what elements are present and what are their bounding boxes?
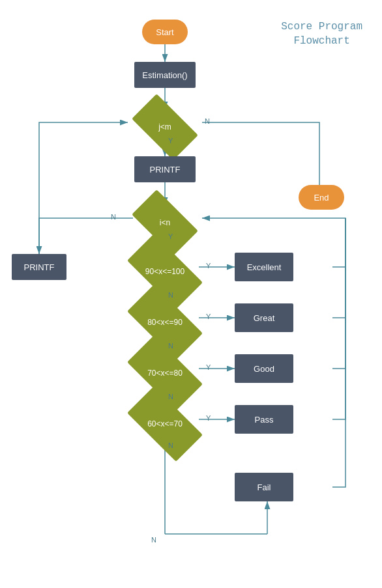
label-y-60: Y: [206, 414, 211, 422]
excellent-shape: Excellent: [235, 253, 293, 281]
label-n-bottom: N: [151, 536, 156, 544]
printf2-label: PRINTF: [24, 262, 55, 272]
diamond-70: 70<x<=80: [130, 354, 199, 392]
diamond-80: 80<x<=90: [130, 303, 199, 341]
diamond-60: 60<x<=70: [130, 405, 199, 443]
printf1-label: PRINTF: [150, 165, 181, 175]
label-n-jm: N: [205, 117, 210, 125]
good-shape: Good: [235, 354, 293, 383]
label-y-80: Y: [206, 313, 211, 320]
flowchart-container: Score Program Flowchart: [0, 0, 382, 588]
label-n-60: N: [168, 441, 173, 449]
end-label: End: [314, 193, 329, 203]
fail-shape: Fail: [235, 473, 293, 501]
pass-shape: Pass: [235, 405, 293, 434]
chart-title: Score Program Flowchart: [281, 20, 362, 49]
printf2-shape: PRINTF: [12, 254, 66, 280]
great-shape: Great: [235, 303, 293, 332]
estimation-label: Estimation(): [142, 70, 187, 80]
label-n-90: N: [168, 291, 173, 299]
label-n-80: N: [168, 342, 173, 350]
fail-label: Fail: [257, 483, 271, 492]
diamond-70-label: 70<x<=80: [147, 369, 183, 378]
label-y-in: Y: [168, 232, 173, 240]
printf1-shape: PRINTF: [134, 156, 196, 182]
pass-label: Pass: [255, 415, 274, 425]
diamond-in-label: i<n: [160, 218, 170, 227]
label-y-jm: Y: [168, 137, 173, 145]
label-y-90: Y: [206, 262, 211, 270]
diamond-80-label: 80<x<=90: [147, 318, 183, 327]
start-shape: Start: [142, 20, 188, 44]
label-n-70: N: [168, 393, 173, 400]
excellent-label: Excellent: [247, 262, 282, 272]
label-n-in: N: [111, 213, 116, 221]
diamond-60-label: 60<x<=70: [147, 419, 183, 428]
start-label: Start: [156, 27, 173, 37]
diamond-90-label: 90<x<=100: [145, 267, 184, 276]
label-y-70: Y: [206, 363, 211, 371]
good-label: Good: [254, 364, 274, 374]
diamond-jm: j<m: [136, 109, 194, 145]
end-shape: End: [299, 185, 344, 210]
great-label: Great: [254, 313, 275, 323]
estimation-shape: Estimation(): [134, 62, 196, 88]
diamond-jm-label: j<m: [158, 122, 171, 132]
diamond-in: i<n: [136, 205, 194, 240]
diamond-90: 90<x<=100: [130, 253, 199, 290]
